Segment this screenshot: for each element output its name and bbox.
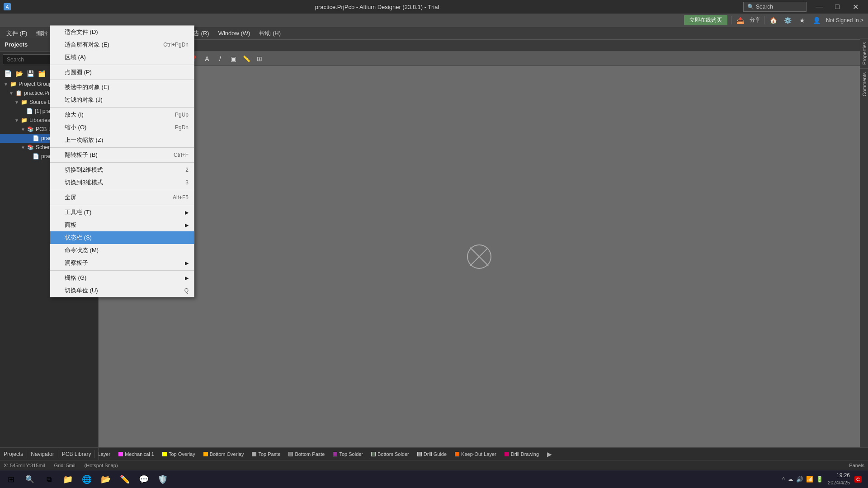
taskview-button[interactable]: ⧉ bbox=[40, 471, 58, 488]
tab-projects[interactable]: Projects bbox=[0, 450, 27, 458]
rect-tool[interactable]: □ bbox=[145, 53, 157, 64]
settings-icon[interactable]: ⚙️ bbox=[783, 15, 793, 26]
menu-view[interactable]: 视图 (V) bbox=[62, 28, 92, 39]
person-icon[interactable]: 👤 bbox=[811, 15, 822, 26]
tree-schlib-file[interactable]: ▶📄 practi... bbox=[0, 152, 98, 161]
edge-app[interactable]: 🌐 bbox=[78, 471, 96, 488]
layer-bottom-paste[interactable]: Bottom Paste bbox=[285, 450, 328, 458]
sidebar-cloud-icon[interactable]: ☁️ bbox=[48, 69, 58, 79]
layer-top-solder[interactable]: Top Solder bbox=[329, 450, 367, 458]
tree-label: practi... bbox=[41, 135, 59, 141]
tab-pcb-library[interactable]: PCB Library bbox=[58, 450, 95, 458]
line-tool[interactable]: / bbox=[214, 53, 226, 64]
properties-panel[interactable]: Properties bbox=[860, 38, 868, 68]
download-tool[interactable]: ⬇ bbox=[158, 53, 170, 64]
measure-tool[interactable]: 📏 bbox=[241, 53, 252, 64]
tree-sch1[interactable]: ▶📄 [1] practi... bbox=[0, 107, 98, 116]
menu-help[interactable]: 帮助 (H) bbox=[255, 28, 285, 39]
menu-project[interactable]: 工程 (C) bbox=[92, 28, 123, 39]
tree-project-group[interactable]: ▼📁 Project Group bbox=[0, 80, 98, 89]
battery-icon[interactable]: 🔋 bbox=[816, 476, 823, 483]
keepout-label: Keep-Out Layer bbox=[461, 451, 496, 457]
cloud-tray-icon[interactable]: ☁ bbox=[788, 476, 793, 483]
files-app[interactable]: 📂 bbox=[97, 471, 115, 488]
menu-reports[interactable]: 报告 (R) bbox=[183, 28, 214, 39]
star-icon[interactable]: ★ bbox=[797, 15, 808, 26]
search-box[interactable]: 🔍 bbox=[743, 2, 807, 12]
wifi-icon[interactable]: 📶 bbox=[806, 476, 813, 483]
sidebar: Projects 📄 📂 💾 🗂️ ☁️ ▼📁 Project Group ▼📋… bbox=[0, 38, 99, 447]
layer-bottom-solder[interactable]: Bottom Solder bbox=[368, 450, 413, 458]
search-taskbar[interactable]: 🔍 bbox=[21, 471, 39, 488]
chevron-icon[interactable]: ^ bbox=[782, 476, 785, 483]
tree-pcb-lib-file[interactable]: ▶📄 practi... bbox=[0, 134, 98, 143]
canvas-crosshair bbox=[466, 243, 493, 270]
tree-practice-prj[interactable]: ▼📋 practice.PrjP... bbox=[0, 89, 98, 98]
layer-top-paste[interactable]: Top Paste bbox=[248, 450, 284, 458]
minimize-button[interactable]: — bbox=[810, 0, 828, 14]
home-icon[interactable]: 🏠 bbox=[768, 15, 779, 26]
time: 19:26 bbox=[828, 472, 850, 479]
filter-tool[interactable]: ⚗ bbox=[102, 53, 114, 64]
tree-schlib[interactable]: ▼📚 Schemati... bbox=[0, 143, 98, 152]
grid-tool[interactable]: ⊞ bbox=[254, 53, 265, 64]
pen-tool[interactable]: ✏ bbox=[175, 53, 187, 64]
buy-button[interactable]: 立即在线购买 bbox=[684, 15, 727, 25]
search-input[interactable] bbox=[756, 4, 802, 10]
share-label[interactable]: 分享 bbox=[750, 16, 760, 24]
menu-window[interactable]: Window (W) bbox=[214, 28, 255, 38]
sidebar-new-icon[interactable]: 📄 bbox=[3, 69, 13, 79]
tabs-row: practice.SchDoc practice.PcbLib practice… bbox=[0, 40, 868, 52]
menu-edit[interactable]: 编辑 (E) bbox=[32, 28, 62, 39]
csdn-icon[interactable]: C bbox=[854, 476, 862, 483]
maximize-button[interactable]: □ bbox=[828, 0, 846, 14]
app-icon: A bbox=[4, 3, 11, 10]
tree-pcb-lib[interactable]: ▼📚 PCB Libr... bbox=[0, 125, 98, 134]
tree-source-doc[interactable]: ▼📁 Source Doc bbox=[0, 98, 98, 107]
sidebar-folder-icon[interactable]: 🗂️ bbox=[37, 69, 47, 79]
bottom-solder-label: Bottom Solder bbox=[377, 451, 409, 457]
date: 2024/4/25 bbox=[828, 479, 850, 486]
menu-file[interactable]: 文件 (F) bbox=[2, 28, 32, 39]
tab-navigator[interactable]: Navigator bbox=[27, 450, 58, 458]
comments-panel[interactable]: Comments bbox=[860, 68, 868, 100]
sidebar-save-icon[interactable]: 💾 bbox=[25, 69, 35, 79]
layer-bottom-overlay[interactable]: Bottom Overlay bbox=[200, 450, 248, 458]
region-tool[interactable]: ▣ bbox=[227, 53, 239, 64]
tree-label: Project Group bbox=[19, 81, 52, 87]
marker-tool[interactable]: 📍 bbox=[188, 53, 200, 64]
tray-icons[interactable]: ^ ☁ 🔊 📶 🔋 bbox=[782, 476, 823, 483]
notes-app[interactable]: ✏️ bbox=[116, 471, 134, 488]
text-tool[interactable]: A bbox=[201, 53, 213, 64]
tab-schlib[interactable]: practice.SchLib bbox=[105, 41, 156, 51]
close-button[interactable]: ✕ bbox=[846, 0, 864, 14]
not-signed-in[interactable]: Not Signed In > bbox=[826, 17, 863, 23]
layer-bar: ◀ ▶ [1] Top Layer [2] Bottom Layer Mecha… bbox=[0, 447, 868, 460]
explorer-app[interactable]: 📁 bbox=[59, 471, 77, 488]
layer-drill-drawing[interactable]: Drill Drawing bbox=[501, 450, 542, 458]
layer-keepout[interactable]: Keep-Out Layer bbox=[451, 450, 500, 458]
tree-label: practice.PrjP... bbox=[24, 90, 58, 96]
window-title: practice.PrjPcb - Altium Designer (23.8.… bbox=[11, 4, 743, 10]
layer-mechanical[interactable]: Mechanical 1 bbox=[115, 450, 158, 458]
wechat-app[interactable]: 💬 bbox=[135, 471, 153, 488]
menu-place[interactable]: 放置 (P) bbox=[123, 28, 153, 39]
speaker-icon[interactable]: 🔊 bbox=[796, 476, 803, 483]
add-tool[interactable]: + bbox=[132, 53, 144, 64]
zoom-tool[interactable]: 🔍 bbox=[115, 53, 127, 64]
bottom-overlay-label: Bottom Overlay bbox=[210, 451, 244, 457]
panels-button[interactable]: Panels bbox=[849, 463, 864, 468]
tree-label: practi... bbox=[41, 153, 59, 160]
sidebar-search[interactable] bbox=[3, 54, 95, 65]
sidebar-open-icon[interactable]: 📂 bbox=[14, 69, 24, 79]
layer-drill-guide[interactable]: Drill Guide bbox=[414, 450, 450, 458]
toolbar: ⚗ 🔍 + □ ⬇ ✏ 📍 A / ▣ 📏 ⊞ bbox=[99, 52, 868, 66]
layer-top-overlay[interactable]: Top Overlay bbox=[159, 450, 199, 458]
layer-more[interactable]: ▶ bbox=[543, 450, 556, 459]
taskbar: ⊞ 🔍 ⧉ 📁 🌐 📂 ✏️ 💬 🛡️ ^ ☁ 🔊 📶 🔋 19:26 2024… bbox=[0, 470, 868, 488]
menu-tools[interactable]: 工具 (T) bbox=[153, 28, 183, 39]
share-icon[interactable]: 📤 bbox=[735, 15, 746, 26]
security-app[interactable]: 🛡️ bbox=[154, 471, 172, 488]
tree-libraries[interactable]: ▼📁 Libraries bbox=[0, 116, 98, 125]
start-button[interactable]: ⊞ bbox=[2, 471, 20, 488]
